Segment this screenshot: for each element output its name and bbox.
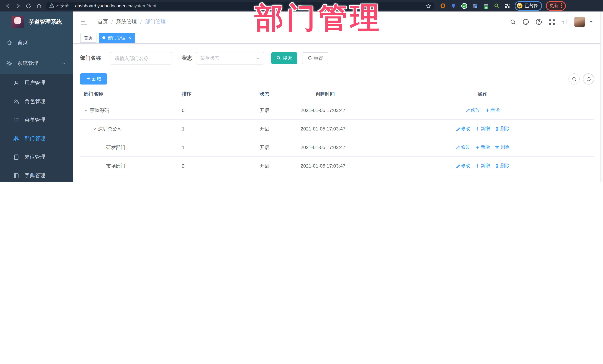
sidebar-item-dict-management[interactable]: 字典管理 [0,166,73,182]
dept-name: 研发部门 [106,144,126,151]
status-select[interactable]: 菜单状态 [196,52,264,65]
bookmark-star-icon[interactable] [426,3,431,8]
edit-link[interactable]: 修改 [456,144,470,151]
status-label: 状态 [182,55,192,62]
tag-home[interactable]: 首页 [80,33,96,43]
url-text: dashboard.yudao.iocoder.cn/system/dept [75,3,156,8]
delete-link[interactable]: 删除 [495,163,510,169]
breadcrumb-system[interactable]: 系统管理 [116,19,137,25]
screen: 不安全 dashboard.yudao.iocoder.cn/system/de… [0,0,603,182]
sidebar-item-menu-management[interactable]: 菜单管理 [0,111,73,129]
actions-cell: 修改新增 [419,107,594,113]
extension-pin-icon[interactable] [451,3,456,9]
browser-menu-kebab-icon[interactable] [561,3,562,8]
delete-link[interactable]: 删除 [495,181,510,182]
edit-link[interactable]: 修改 [456,163,470,169]
table-row: 研发部门1开启2021-01-05 17:03:47修改新增删除 [80,138,594,157]
sidebar-item-role-management[interactable]: 角色管理 [0,92,73,111]
add-link[interactable]: 新增 [475,163,490,169]
extension-search-icon[interactable] [494,3,499,9]
created-cell: 2021-01-05 17:03:47 [301,163,419,169]
extensions-area: on [440,3,510,9]
fullscreen-icon[interactable] [548,19,555,25]
tag-dept-management[interactable]: 部门管理 × [99,33,135,43]
status-cell: 开启 [241,181,301,182]
table-row: 深圳总公司1开启2021-01-05 17:03:47修改新增删除 [80,120,594,138]
back-icon[interactable] [4,3,11,9]
scrollbar[interactable] [600,11,603,182]
table-row: 市场部门2开启2021-01-05 17:03:47修改新增删除 [80,157,594,175]
status-cell: 开启 [241,163,301,169]
extension-check-icon[interactable] [461,3,467,9]
sidebar-item-user-management[interactable]: 用户管理 [0,74,73,92]
add-link[interactable]: 新增 [475,181,490,182]
expand-chevron-icon[interactable] [92,127,98,131]
user-avatar[interactable] [574,17,585,27]
created-cell: 2021-01-05 17:03:47 [301,144,419,150]
app-logo-row[interactable]: 芋道管理系统 [0,11,73,32]
font-size-icon[interactable] [561,19,568,25]
created-cell: 2021-01-05 17:03:47 [301,182,419,182]
breadcrumb-current: 部门管理 [145,19,166,25]
sidebar-menu: 首页系统管理用户管理角色管理菜单管理部门管理岗位管理字典管理通知公告审计日志在线… [0,32,73,182]
toggle-search-button[interactable] [568,73,580,85]
add-icon [475,164,479,168]
actions-cell: 修改新增删除 [419,163,594,169]
address-bar[interactable]: 不安全 dashboard.yudao.iocoder.cn/system/de… [46,2,435,10]
browser-update-button[interactable]: 更新 [546,1,566,11]
role-icon [13,99,19,105]
delete-link[interactable]: 删除 [495,144,510,151]
header-search-icon[interactable] [510,19,516,25]
tag-close-icon[interactable]: × [128,36,131,40]
table-body: 芋道源码0开启2021-01-05 17:03:47修改新增深圳总公司1开启20… [80,101,594,182]
logo-image [12,16,24,28]
extension-list-icon[interactable]: on [483,3,489,9]
tags-view: 首页 部门管理 × [73,32,603,44]
breadcrumb-home[interactable]: 首页 [98,19,108,25]
help-icon[interactable] [535,19,542,25]
github-icon[interactable] [522,19,529,25]
order-cell: 1 [174,144,241,150]
profile-emoji-avatar [517,3,522,9]
add-button[interactable]: 新增 [80,73,107,85]
active-tag-dot [103,36,105,39]
sidebar-item-dept-management[interactable]: 部门管理 [0,129,73,148]
add-icon [485,108,489,112]
add-link[interactable]: 新增 [475,144,490,151]
delete-link[interactable]: 删除 [495,126,510,132]
reset-button[interactable]: 重置 [302,52,328,64]
profile-paused-pill[interactable]: 已暂停 [515,1,542,11]
expand-chevron-icon[interactable] [84,108,90,112]
user-icon [13,80,19,86]
avatar-caret-down-icon[interactable] [589,20,593,24]
reload-icon[interactable] [25,3,32,9]
add-link[interactable]: 新增 [485,107,500,113]
sidebar-toggle-icon[interactable] [79,18,89,26]
sidebar-item-system-management[interactable]: 系统管理 [0,53,73,74]
dept-name: 芋道源码 [90,107,109,114]
edit-icon [465,108,470,112]
extension-icon[interactable] [440,3,446,9]
security-warning[interactable]: 不安全 [49,3,69,9]
sidebar-item-post-management[interactable]: 岗位管理 [0,148,73,166]
status-cell: 开启 [241,144,301,151]
add-link[interactable]: 新增 [475,126,490,132]
delete-icon [495,145,499,149]
dept-name-cell: 芋道源码 [80,107,174,114]
edit-link[interactable]: 修改 [465,107,480,113]
col-header-order: 排序 [174,91,241,98]
extension-grid-icon[interactable] [472,3,478,9]
edit-link[interactable]: 修改 [456,181,470,182]
dept-name: 深圳总公司 [98,125,122,132]
sidebar-item-home[interactable]: 首页 [0,32,73,53]
col-header-status: 状态 [241,91,301,98]
dept-name-cell: 研发部门 [80,144,174,151]
extension-on-badge: on [484,6,488,9]
home-button-icon[interactable] [36,3,42,9]
search-button[interactable]: 搜索 [271,52,297,64]
edit-link[interactable]: 修改 [456,126,470,132]
extensions-puzzle-icon[interactable] [504,3,510,9]
forward-icon[interactable] [15,3,21,9]
refresh-table-button[interactable] [583,73,594,85]
dept-name-input[interactable] [110,52,172,65]
